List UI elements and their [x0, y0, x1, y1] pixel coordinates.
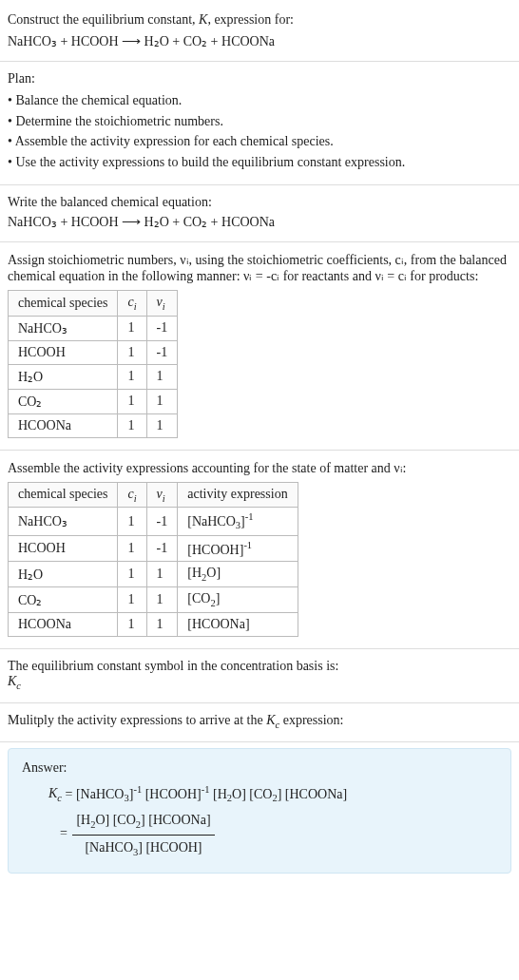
table-header-row: chemical species ci νi activity expressi…	[9, 482, 298, 508]
kc-symbol-text: The equilibrium constant symbol in the c…	[8, 659, 511, 674]
col-ci: ci	[118, 482, 146, 508]
cell-species: H₂O	[9, 364, 118, 389]
cell-vi: 1	[146, 587, 178, 613]
cell-vi: -1	[146, 340, 178, 364]
cell-vi: -1	[146, 508, 178, 535]
multiply-text: Mulitply the activity expressions to arr…	[8, 713, 343, 727]
table-row: HCOONa 1 1	[9, 413, 178, 437]
balanced-heading: Write the balanced chemical equation:	[8, 195, 511, 210]
plan-item: Balance the chemical equation.	[8, 90, 511, 111]
cell-ci: 1	[118, 340, 146, 364]
table-row: HCOOH 1 -1	[9, 340, 178, 364]
cell-activity: [HCOONa]	[178, 613, 298, 637]
stoich-table: chemical species ci νi NaHCO₃ 1 -1 HCOOH…	[8, 290, 178, 438]
cell-ci: 1	[118, 587, 146, 613]
cell-activity: [NaHCO3]-1	[178, 508, 298, 535]
cell-vi: -1	[146, 316, 178, 340]
assign-text: Assign stoichiometric numbers, νᵢ, using…	[8, 252, 511, 284]
col-vi: νi	[146, 482, 178, 508]
answer-label: Answer:	[22, 760, 497, 776]
cell-species: NaHCO₃	[9, 508, 118, 535]
col-ci: ci	[118, 290, 146, 316]
col-species: chemical species	[9, 482, 118, 508]
cell-ci: 1	[118, 613, 146, 637]
cell-ci: 1	[118, 562, 146, 587]
table-row: NaHCO₃ 1 -1	[9, 316, 178, 340]
cell-ci: 1	[118, 389, 146, 413]
cell-ci: 1	[118, 364, 146, 389]
col-activity: activity expression	[178, 482, 298, 508]
cell-species: CO₂	[9, 389, 118, 413]
table-row: CO₂ 1 1	[9, 389, 178, 413]
plan-item: Use the activity expressions to build th…	[8, 152, 511, 173]
fraction-numerator: [H2O] [CO2] [HCOONa]	[72, 808, 214, 836]
cell-species: CO₂	[9, 587, 118, 613]
table-row: HCOOH 1 -1 [HCOOH]-1	[9, 535, 298, 562]
activities-text: Assemble the activity expressions accoun…	[8, 460, 511, 476]
kc-symbol: Kc	[8, 674, 511, 691]
plan-item: Assemble the activity expression for eac…	[8, 131, 511, 152]
cell-vi: 1	[146, 413, 178, 437]
cell-species: HCOONa	[9, 613, 118, 637]
assign-section: Assign stoichiometric numbers, νᵢ, using…	[0, 242, 519, 451]
cell-activity: [HCOOH]-1	[178, 535, 298, 562]
table-row: HCOONa 1 1 [HCOONa]	[9, 613, 298, 637]
cell-species: HCOONa	[9, 413, 118, 437]
fraction: [H2O] [CO2] [HCOONa] [NaHCO3] [HCOOH]	[72, 808, 214, 861]
cell-vi: 1	[146, 562, 178, 587]
balanced-section: Write the balanced chemical equation: Na…	[0, 185, 519, 242]
activities-section: Assemble the activity expressions accoun…	[0, 451, 519, 650]
cell-species: HCOOH	[9, 340, 118, 364]
plan-heading: Plan:	[8, 71, 511, 86]
table-row: H₂O 1 1	[9, 364, 178, 389]
plan-list: Balance the chemical equation. Determine…	[8, 90, 511, 173]
intro-equation: NaHCO₃ + HCOOH ⟶ H₂O + CO₂ + HCOONa	[8, 33, 511, 49]
table-row: CO₂ 1 1 [CO2]	[9, 587, 298, 613]
balanced-equation: NaHCO₃ + HCOOH ⟶ H₂O + CO₂ + HCOONa	[8, 214, 511, 230]
answer-fraction: = [H2O] [CO2] [HCOONa] [NaHCO3] [HCOOH]	[22, 808, 497, 861]
intro-section: Construct the equilibrium constant, K, e…	[0, 0, 519, 62]
fraction-denominator: [NaHCO3] [HCOOH]	[72, 836, 214, 862]
cell-vi: 1	[146, 364, 178, 389]
cell-species: H₂O	[9, 562, 118, 587]
answer-expression: Kc = [NaHCO3]-1 [HCOOH]-1 [H2O] [CO2] [H…	[22, 781, 497, 808]
cell-vi: -1	[146, 535, 178, 562]
cell-ci: 1	[118, 316, 146, 340]
intro-title: Construct the equilibrium constant, K, e…	[8, 10, 511, 29]
cell-species: HCOOH	[9, 535, 118, 562]
plan-section: Plan: Balance the chemical equation. Det…	[0, 62, 519, 185]
plan-item: Determine the stoichiometric numbers.	[8, 111, 511, 132]
multiply-section: Mulitply the activity expressions to arr…	[0, 703, 519, 742]
activities-table: chemical species ci νi activity expressi…	[8, 482, 298, 638]
kc-symbol-section: The equilibrium constant symbol in the c…	[0, 649, 519, 703]
cell-activity: [H2O]	[178, 562, 298, 587]
col-species: chemical species	[9, 290, 118, 316]
answer-box: Answer: Kc = [NaHCO3]-1 [HCOOH]-1 [H2O] …	[8, 748, 511, 874]
cell-vi: 1	[146, 389, 178, 413]
cell-species: NaHCO₃	[9, 316, 118, 340]
table-header-row: chemical species ci νi	[9, 290, 178, 316]
table-row: H₂O 1 1 [H2O]	[9, 562, 298, 587]
col-vi: νi	[146, 290, 178, 316]
cell-vi: 1	[146, 613, 178, 637]
cell-activity: [CO2]	[178, 587, 298, 613]
table-row: NaHCO₃ 1 -1 [NaHCO3]-1	[9, 508, 298, 535]
cell-ci: 1	[118, 508, 146, 535]
cell-ci: 1	[118, 413, 146, 437]
cell-ci: 1	[118, 535, 146, 562]
